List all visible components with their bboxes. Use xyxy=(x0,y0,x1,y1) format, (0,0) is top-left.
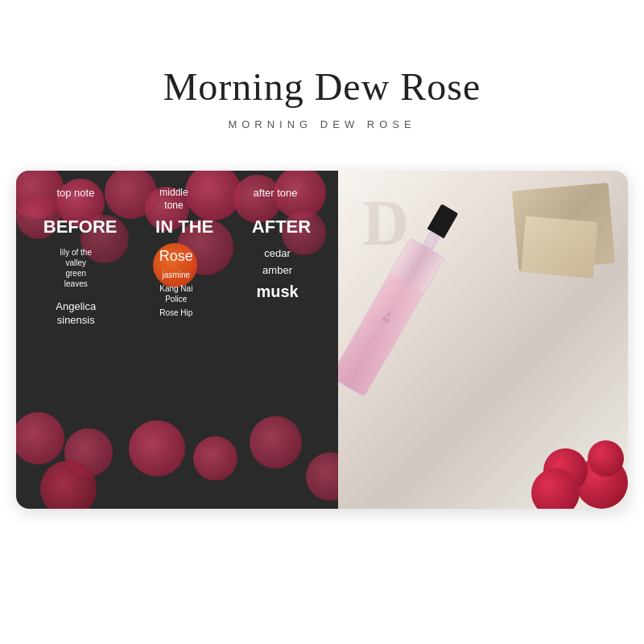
ingredient-angelica: Angelicasinensis xyxy=(56,300,96,328)
after-tone-label: after tone xyxy=(254,187,298,212)
middle-tone-label: middletone xyxy=(159,187,188,212)
before-label: BEFORE xyxy=(43,217,118,237)
bottle-body: 上 203 xyxy=(338,237,445,397)
right-panel: 上 203 D xyxy=(338,171,628,509)
top-note-label: top note xyxy=(56,187,94,212)
ingredient-rosehip: Rose Hip xyxy=(159,308,192,318)
ingredient-cedar: cedar xyxy=(264,247,291,261)
before-ingredients: lily of thevalleygreenleaves Angelicasin… xyxy=(56,247,96,493)
stone-block-small xyxy=(521,216,598,279)
ingredient-musk: musk xyxy=(256,281,298,302)
product-subtitle: MORNING DEW ROSE xyxy=(163,118,481,130)
product-title: Morning Dew Rose xyxy=(163,64,481,109)
deco-rose-4 xyxy=(588,440,624,477)
middle-ingredients: Rose jasmine Kang NaiPolice Rose Hip xyxy=(159,247,193,493)
bottle-liquid xyxy=(338,273,424,396)
bottom-roses xyxy=(531,428,628,509)
ingredient-amber: amber xyxy=(262,264,292,278)
ingredient-lily: lily of thevalleygreenleaves xyxy=(60,247,92,289)
after-ingredients: cedar amber musk xyxy=(256,247,298,493)
ingredient-kang: Kang NaiPolice xyxy=(159,283,192,304)
after-label: AFTER xyxy=(252,217,311,237)
stages-row: BEFORE IN THE AFTER xyxy=(24,217,330,237)
in-the-label: IN THE xyxy=(155,217,213,237)
bg-letter: D xyxy=(362,187,409,260)
left-panel: top note middletone after tone BEFORE IN… xyxy=(16,171,338,509)
ingredient-jasmine: jasmine xyxy=(163,270,190,280)
page-header: Morning Dew Rose MORNING DEW ROSE xyxy=(163,0,481,147)
notes-labels-row: top note middletone after tone xyxy=(24,187,330,212)
main-card: top note middletone after tone BEFORE IN… xyxy=(16,171,628,509)
ingredient-rose: Rose xyxy=(159,247,193,266)
notes-overlay: top note middletone after tone BEFORE IN… xyxy=(16,171,338,509)
ingredients-row: lily of thevalleygreenleaves Angelicasin… xyxy=(24,247,330,493)
